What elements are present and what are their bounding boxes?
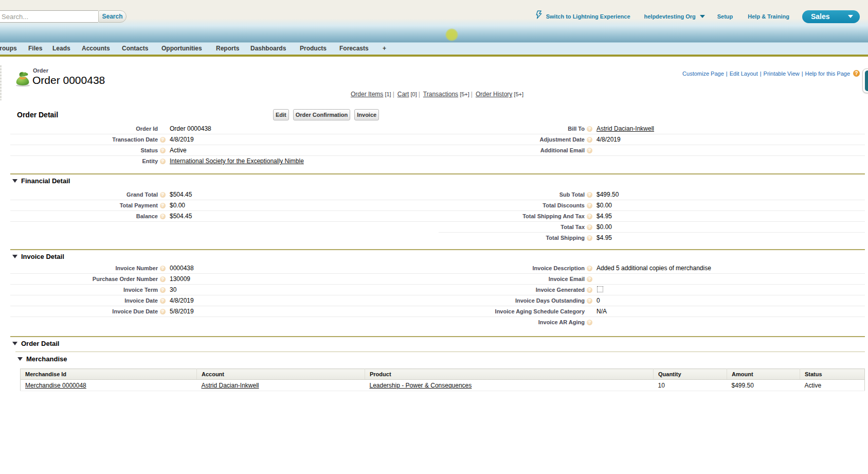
quick-link-label[interactable]: Transactions: [423, 91, 458, 98]
merchandise-title: Merchandise: [26, 355, 67, 363]
nav-tab-reports[interactable]: Reports: [216, 44, 239, 53]
field-help-icon[interactable]: ?: [160, 192, 166, 198]
nav-tab-leads[interactable]: Leads: [52, 44, 70, 53]
quick-link-label[interactable]: Order Items: [351, 91, 383, 98]
collapse-triangle-icon[interactable]: [12, 342, 17, 345]
section-divider: [10, 173, 865, 174]
field-help-icon[interactable]: ?: [587, 148, 592, 153]
field-label: Grand Total?: [10, 189, 166, 200]
nav-tab-forecasts[interactable]: Forecasts: [339, 44, 369, 53]
field-help-icon[interactable]: ?: [587, 287, 592, 293]
field-help-icon[interactable]: ?: [587, 137, 592, 143]
quick-link-transactions[interactable]: Transactions [5+]: [423, 91, 469, 98]
detail-section: Grand Total?$504.45Sub Total?$499.50Tota…: [10, 189, 865, 243]
feedback-side-tab[interactable]: [862, 68, 868, 93]
app-menu-button[interactable]: Sales: [802, 10, 860, 23]
quick-link-order-items[interactable]: Order Items [1]: [351, 91, 391, 98]
field-label-text: Bill To: [568, 126, 585, 132]
field-value-link[interactable]: International Society for the Exceptiona…: [170, 157, 304, 165]
collapse-triangle-icon[interactable]: [12, 179, 17, 183]
nav-tab-dashboards[interactable]: Dashboards: [250, 44, 286, 53]
nav-tab-add[interactable]: +: [383, 44, 386, 53]
nav-tab-opportunities[interactable]: Opportunities: [161, 44, 202, 53]
field-help-icon[interactable]: ?: [160, 298, 166, 304]
field-label-text: Total Discounts: [542, 202, 585, 208]
toolbar-link-separator: |: [726, 71, 728, 77]
merch-col-quantity[interactable]: Quantity: [654, 369, 727, 380]
toolbar-link-edit-layout[interactable]: Edit Layout: [730, 71, 758, 77]
nav-tab-files[interactable]: Files: [28, 44, 42, 53]
merch-col-status[interactable]: Status: [800, 369, 865, 380]
toolbar-link-help-for-this-page[interactable]: Help for this Page: [805, 71, 850, 77]
field-help-icon[interactable]: ?: [587, 214, 592, 219]
org-menu[interactable]: helpdevtesting Org: [644, 10, 705, 23]
field-help-icon[interactable]: ?: [160, 214, 166, 219]
merch-col-product[interactable]: Product: [365, 369, 654, 380]
field-help-icon[interactable]: ?: [587, 235, 592, 241]
detail-row: Balance?$504.45Total Shipping And Tax?$4…: [10, 211, 865, 222]
quick-link-count: [1]: [383, 91, 391, 97]
nav-tab-contacts[interactable]: Contacts: [122, 44, 148, 53]
field-value: 4/8/2019: [593, 134, 865, 145]
detail-row: Order Id?Order 0000438Bill To?Astrid Dac…: [10, 124, 865, 134]
nav-tab-products[interactable]: Products: [300, 44, 327, 53]
help-training-link[interactable]: Help & Training: [748, 10, 789, 23]
field-help-icon[interactable]: ?: [160, 159, 166, 164]
nav-tab-groups[interactable]: Groups: [0, 44, 17, 53]
merch-cell-link[interactable]: Merchandise 0000048: [25, 382, 86, 389]
field-help-icon[interactable]: ?: [587, 320, 592, 325]
field-help-icon[interactable]: ?: [160, 266, 166, 271]
field-help-icon[interactable]: ?: [587, 203, 592, 208]
merch-col-account[interactable]: Account: [197, 369, 365, 380]
field-help-icon[interactable]: ?: [160, 309, 166, 314]
field-value: 30: [166, 285, 439, 295]
merch-cell-link[interactable]: Leadership - Power & Consequences: [370, 382, 472, 389]
field-help-icon[interactable]: ?: [160, 137, 166, 143]
edit-button[interactable]: Edit: [273, 109, 289, 120]
search-button[interactable]: Search: [98, 10, 126, 23]
field-help-icon[interactable]: ?: [587, 266, 592, 271]
setup-link[interactable]: Setup: [717, 10, 733, 23]
field-help-icon[interactable]: ?: [587, 192, 592, 198]
field-help-icon[interactable]: ?: [587, 126, 592, 132]
quick-link-order-history[interactable]: Order History [5+]: [476, 91, 523, 98]
field-value-text: $499.50: [596, 191, 619, 198]
field-help-icon[interactable]: ?: [587, 298, 592, 304]
field-help-icon[interactable]: ?: [587, 276, 592, 282]
field-value: 4/8/2019: [166, 134, 439, 145]
field-help-icon[interactable]: ?: [160, 148, 166, 153]
search-input[interactable]: [0, 10, 98, 23]
detail-section: Order Id?Order 0000438Bill To?Astrid Dac…: [10, 124, 865, 167]
field-value-link[interactable]: Astrid Dacian-Inkwell: [596, 125, 654, 132]
collapse-triangle-icon[interactable]: [17, 357, 23, 361]
field-label-text: Status: [140, 147, 158, 153]
merch-col-merchandise-id[interactable]: Merchandise Id: [21, 369, 197, 380]
salesforce-classic-page: Search Switch to Lightning Experience he…: [0, 0, 868, 474]
quick-link-separator: |: [419, 91, 420, 98]
order-moneybag-icon: [14, 70, 31, 89]
field-help-icon[interactable]: ?: [160, 287, 166, 293]
field-help-icon[interactable]: ?: [160, 203, 166, 208]
field-value: [593, 285, 865, 295]
quick-link-cart[interactable]: Cart [0]: [397, 91, 417, 98]
section-title: Financial Detail: [21, 177, 70, 185]
order-confirmation-button[interactable]: Order Confirmation: [293, 109, 350, 120]
quick-link-label[interactable]: Order History: [476, 91, 512, 98]
field-value-text: $4.95: [596, 213, 612, 220]
merch-col-amount[interactable]: Amount: [727, 369, 800, 380]
nav-tab-accounts[interactable]: Accounts: [82, 44, 110, 53]
help-question-icon[interactable]: ?: [853, 70, 860, 77]
toolbar-link-printable-view[interactable]: Printable View: [764, 71, 800, 77]
field-help-icon[interactable]: ?: [587, 224, 592, 230]
invoice-button[interactable]: Invoice: [354, 109, 379, 120]
merch-cell-link[interactable]: Astrid Dacian-Inkwell: [202, 382, 259, 389]
collapse-triangle-icon[interactable]: [12, 255, 17, 258]
toolbar-link-customize-page[interactable]: Customize Page: [682, 71, 724, 77]
quick-link-label[interactable]: Cart: [397, 91, 409, 98]
field-label: [439, 156, 593, 167]
quick-link-separator: |: [471, 91, 473, 98]
merchandise-table: Merchandise IdAccountProductQuantityAmou…: [20, 368, 865, 391]
detail-row: Invoice Date?4/8/2019Invoice Days Outsta…: [10, 295, 865, 306]
switch-to-lightning-link[interactable]: Switch to Lightning Experience: [536, 10, 630, 23]
field-help-icon[interactable]: ?: [160, 276, 166, 282]
